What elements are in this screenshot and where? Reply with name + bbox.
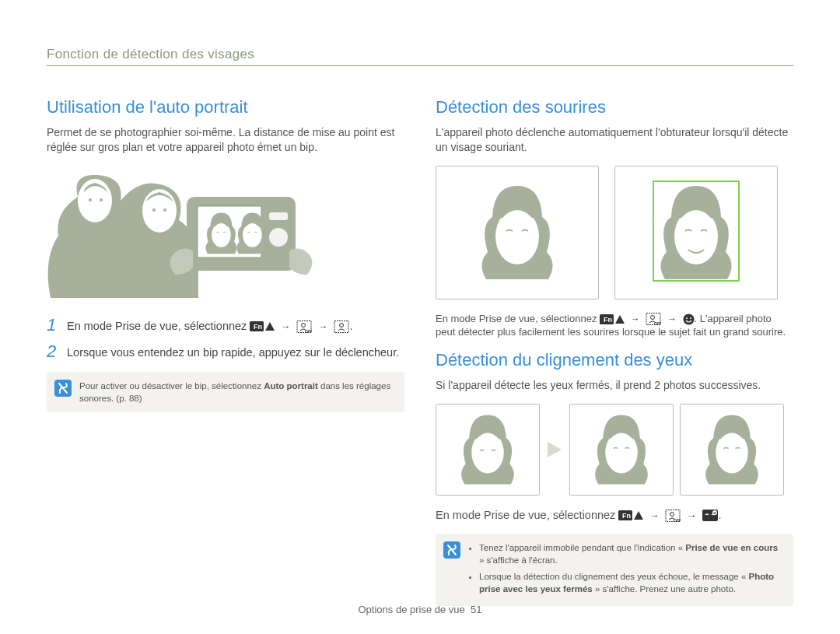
- smile-intro: L'appareil photo déclenche automatiqueme…: [436, 125, 793, 155]
- right-column: Détection des sourires L'appareil photo …: [436, 97, 793, 606]
- arrow-icon: →: [628, 313, 643, 324]
- svg-rect-25: [269, 212, 288, 220]
- arrow-icon: →: [278, 321, 293, 332]
- note-icon: [443, 541, 460, 559]
- step-text: En mode Prise de vue, sélectionnez → → .: [67, 317, 353, 335]
- svg-point-18: [142, 189, 177, 233]
- shot-neutral: [436, 166, 599, 299]
- facemode-off-icon: [665, 510, 681, 522]
- shot-eyes-closed: [436, 404, 540, 496]
- autoportrait-title: Utilisation de l'auto portrait: [47, 97, 404, 117]
- facemode-off-icon: [646, 313, 661, 325]
- note-item: Tenez l'appareil immobile pendant que l'…: [479, 541, 784, 566]
- shot-result-2: [680, 404, 784, 496]
- note-icon: [54, 380, 72, 397]
- shot-result-1: [569, 404, 674, 496]
- triangle-arrow-icon: [546, 440, 563, 459]
- step-number: 1: [47, 317, 59, 334]
- shot-smiling: [614, 166, 778, 299]
- autoportrait-note: Pour activer ou désactiver le bip, sélec…: [47, 372, 404, 412]
- blink-illustration: [436, 404, 793, 496]
- facemode-on-icon: [334, 321, 349, 333]
- note-text: Tenez l'appareil immobile pendant que l'…: [468, 541, 784, 597]
- arrow-icon: →: [684, 510, 699, 521]
- step-1: 1 En mode Prise de vue, sélectionnez → →…: [47, 317, 404, 335]
- arrow-icon: →: [646, 510, 662, 521]
- blink-step: En mode Prise de vue, sélectionnez → → .: [436, 508, 793, 524]
- step-2: 2 Lorsque vous entendez un bip rapide, a…: [47, 343, 404, 361]
- blink-title: Détection du clignement des yeux: [436, 350, 793, 370]
- blink-note: Tenez l'appareil immobile pendant que l'…: [436, 534, 793, 605]
- facemode-off-icon: [296, 321, 312, 333]
- fn-up-icon: [250, 321, 275, 331]
- blink-detect-icon: [702, 510, 718, 521]
- blink-intro: Si l'appareil détecte les yeux fermés, i…: [436, 378, 793, 393]
- fn-up-icon: [618, 510, 643, 520]
- smile-title: Détection des sourires: [436, 97, 793, 117]
- smile-caption: En mode Prise de vue, sélectionnez → → .…: [436, 312, 793, 339]
- section-header: Fonction de détection des visages: [47, 47, 793, 66]
- svg-point-20: [100, 198, 103, 201]
- columns: Utilisation de l'auto portrait Permet de…: [47, 97, 793, 606]
- note-text: Pour activer ou désactiver le bip, sélec…: [79, 380, 395, 405]
- svg-point-26: [269, 228, 288, 247]
- detect-rect-green: [653, 180, 740, 282]
- step-number: 2: [47, 343, 59, 360]
- arrow-icon: →: [664, 313, 680, 324]
- left-column: Utilisation de l'auto portrait Permet de…: [47, 97, 404, 606]
- autoportrait-illustration: [47, 166, 404, 301]
- svg-marker-27: [548, 442, 562, 457]
- svg-point-19: [89, 198, 92, 201]
- page-footer: Options de prise de vue 51: [0, 604, 840, 615]
- svg-point-22: [163, 208, 166, 212]
- fn-up-icon: [600, 314, 625, 324]
- svg-point-21: [152, 208, 156, 212]
- step-text: Lorsque vous entendez un bip rapide, app…: [67, 343, 399, 361]
- note-item: Lorsque la détection du clignement des y…: [479, 570, 784, 595]
- arrow-icon: →: [315, 321, 331, 332]
- smile-illustration: [436, 166, 793, 299]
- autoportrait-intro: Permet de se photographier soi-même. La …: [47, 125, 404, 155]
- detect-rect-white: [474, 180, 561, 282]
- smile-icon: [683, 313, 695, 325]
